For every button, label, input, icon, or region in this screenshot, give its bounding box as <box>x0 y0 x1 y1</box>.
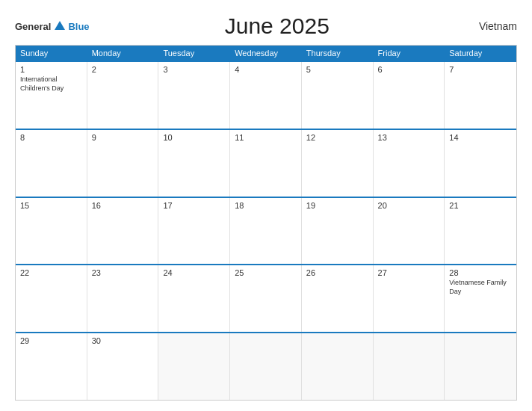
day-number: 5 <box>306 65 368 74</box>
day-cell <box>230 333 302 400</box>
day-cell: 18 <box>230 198 302 265</box>
calendar-grid: Sunday Monday Tuesday Wednesday Thursday… <box>15 45 517 401</box>
day-cell: 27 <box>374 265 445 332</box>
day-number: 21 <box>449 201 512 210</box>
day-number: 14 <box>449 133 512 142</box>
day-cell: 26 <box>302 265 374 332</box>
day-cell: 9 <box>87 130 159 197</box>
day-cell: 16 <box>87 198 159 265</box>
header-tuesday: Tuesday <box>158 46 230 61</box>
day-cell: 28Vietnamese Family Day <box>445 265 516 332</box>
day-cell: 17 <box>158 198 230 265</box>
day-cell: 29 <box>16 333 87 400</box>
day-number: 28 <box>449 268 512 277</box>
day-cell <box>374 333 445 400</box>
day-number: 29 <box>20 336 82 345</box>
day-number: 13 <box>378 133 440 142</box>
day-number: 24 <box>163 268 225 277</box>
header-thursday: Thursday <box>302 46 374 61</box>
day-number: 25 <box>235 268 297 277</box>
week-row-1: 1International Children's Day234567 <box>16 61 516 129</box>
svg-marker-0 <box>55 21 65 30</box>
day-number: 23 <box>92 268 154 277</box>
country-label: Vietnam <box>465 20 517 32</box>
day-number: 22 <box>20 268 82 277</box>
day-number: 19 <box>306 201 368 210</box>
day-cell: 23 <box>87 265 159 332</box>
day-cell <box>445 333 516 400</box>
day-cell: 5 <box>302 62 374 129</box>
day-number: 18 <box>235 201 297 210</box>
day-number: 26 <box>306 268 368 277</box>
day-number: 8 <box>20 133 82 142</box>
day-cell: 6 <box>374 62 445 129</box>
day-cell: 3 <box>158 62 230 129</box>
day-number: 16 <box>92 201 154 210</box>
logo-general-text: General <box>15 21 51 32</box>
event-label: International Children's Day <box>20 75 82 93</box>
day-number: 4 <box>235 65 297 74</box>
header: General Blue June 2025 Vietnam <box>15 13 517 39</box>
day-cell: 20 <box>374 198 445 265</box>
day-cell: 13 <box>374 130 445 197</box>
day-cell: 15 <box>16 198 87 265</box>
day-number: 2 <box>92 65 154 74</box>
week-row-2: 891011121314 <box>16 129 516 197</box>
event-label: Vietnamese Family Day <box>449 279 512 296</box>
day-cell: 10 <box>158 130 230 197</box>
week-row-5: 2930 <box>16 332 516 400</box>
day-number: 15 <box>20 201 82 210</box>
day-number: 10 <box>163 133 225 142</box>
day-number: 9 <box>92 133 154 142</box>
day-cell: 22 <box>16 265 87 332</box>
day-number: 6 <box>378 65 440 74</box>
day-number: 3 <box>163 65 225 74</box>
day-cell: 30 <box>87 333 159 400</box>
day-cell: 7 <box>445 62 516 129</box>
day-cell: 19 <box>302 198 374 265</box>
logo-blue-text: Blue <box>68 21 89 32</box>
day-cell: 21 <box>445 198 516 265</box>
day-cell: 1International Children's Day <box>16 62 87 129</box>
day-number: 20 <box>378 201 440 210</box>
header-wednesday: Wednesday <box>230 46 302 61</box>
day-number: 11 <box>235 133 297 142</box>
day-number: 7 <box>449 65 512 74</box>
header-friday: Friday <box>374 46 445 61</box>
day-cell: 24 <box>158 265 230 332</box>
logo: General Blue <box>15 19 90 33</box>
day-number: 17 <box>163 201 225 210</box>
day-cell: 8 <box>16 130 87 197</box>
week-row-3: 15161718192021 <box>16 197 516 265</box>
day-headers-row: Sunday Monday Tuesday Wednesday Thursday… <box>16 46 516 61</box>
day-cell: 4 <box>230 62 302 129</box>
day-cell: 2 <box>87 62 159 129</box>
day-cell: 25 <box>230 265 302 332</box>
day-cell: 11 <box>230 130 302 197</box>
header-sunday: Sunday <box>16 46 87 61</box>
calendar-title: June 2025 <box>90 13 465 39</box>
day-cell: 12 <box>302 130 374 197</box>
day-cell: 14 <box>445 130 516 197</box>
calendar-page: General Blue June 2025 Vietnam Sunday Mo… <box>0 0 532 411</box>
header-saturday: Saturday <box>445 46 516 61</box>
day-number: 30 <box>92 336 154 345</box>
day-number: 1 <box>20 65 82 74</box>
day-number: 27 <box>378 268 440 277</box>
header-monday: Monday <box>87 46 159 61</box>
day-number: 12 <box>306 133 368 142</box>
logo-icon <box>53 19 66 33</box>
day-cell <box>302 333 374 400</box>
week-row-4: 22232425262728Vietnamese Family Day <box>16 264 516 332</box>
day-cell <box>158 333 230 400</box>
weeks-container: 1International Children's Day23456789101… <box>16 61 516 400</box>
